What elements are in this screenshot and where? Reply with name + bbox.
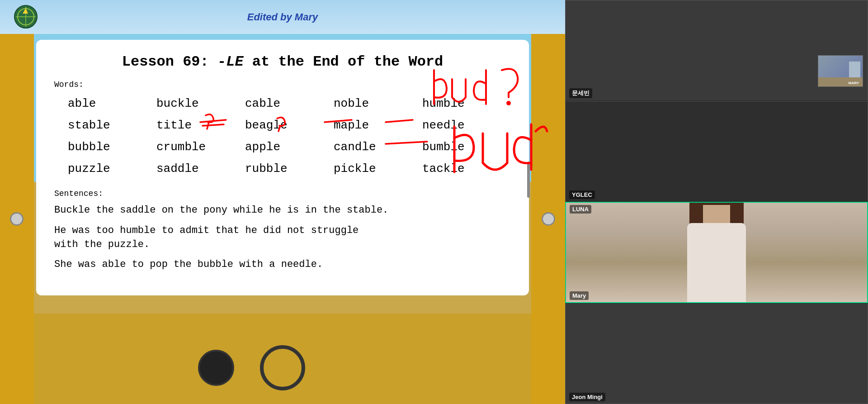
scrollbar[interactable] [527, 162, 530, 198]
slide-container: Edited by Mary Lesson 69: -LE at the End… [0, 0, 565, 404]
word-saddle: saddle [156, 160, 245, 178]
word-cable: cable [245, 95, 334, 113]
participant-thumbnail-munsebin: MARY [818, 55, 863, 87]
word-bubble: bubble [68, 138, 156, 156]
word-able: able [68, 95, 156, 113]
word-needle: needle [422, 116, 511, 134]
sentence-3: She was able to pop the bubble with a ne… [54, 258, 511, 272]
steering-wheel [260, 345, 305, 390]
word-title: title [156, 116, 245, 134]
words-label: Words: [54, 80, 511, 89]
sentences-section: Sentences: Buckle the saddle on the pony… [54, 189, 511, 272]
main-presentation-area: Edited by Mary Lesson 69: -LE at the End… [0, 0, 565, 404]
word-noble: noble [334, 95, 422, 113]
bus-right-panel [531, 34, 565, 404]
participant-label-mary: Mary [570, 291, 589, 300]
bus-left-handle [10, 212, 24, 226]
bus-right-handle [542, 212, 555, 226]
word-maple: maple [334, 116, 422, 134]
words-grid: able buckle cable noble humble stable ti… [68, 95, 511, 178]
slide-header: Edited by Mary [0, 0, 565, 34]
word-apple: apple [245, 138, 334, 156]
bus-bottom-panel [0, 314, 565, 404]
sentence-2: He was too humble to admit that he did n… [54, 224, 511, 252]
participant-name-jeonmingi: Jeon Mingi [569, 393, 605, 401]
sentences-label: Sentences: [54, 189, 511, 198]
word-humble: humble [422, 95, 511, 113]
slide-edited-by: Edited by Mary [247, 11, 318, 23]
word-buckle: buckle [156, 95, 245, 113]
participant-name-yglec: YGLEC [569, 190, 595, 199]
word-rubble: rubble [245, 160, 334, 178]
word-bumble: bumble [422, 138, 511, 156]
bus-gauge [198, 350, 234, 386]
participant-name-munsebin: 문세빈 [569, 88, 592, 98]
participant-slot-yglec: YGLEC [565, 101, 868, 202]
participant-name-luna: LUNA [570, 205, 591, 214]
word-pickle: pickle [334, 160, 422, 178]
lesson-title: Lesson 69: -LE at the End of the Word [54, 53, 511, 70]
participant-slot-jeonmingi: Jeon Mingi [565, 303, 868, 404]
sidebar: 문세빈 MARY YGLEC [565, 0, 868, 404]
word-tackle: tackle [422, 160, 511, 178]
sentence-1: Buckle the saddle on the pony while he i… [54, 204, 511, 218]
word-crumble: crumble [156, 138, 245, 156]
word-candle: candle [334, 138, 422, 156]
content-card: Lesson 69: -LE at the End of the Word Wo… [36, 40, 529, 295]
word-stable: stable [68, 116, 156, 134]
participant-slot-luna: LUNA Mary [565, 202, 868, 304]
word-puzzle: puzzle [68, 160, 156, 178]
logo [14, 5, 38, 29]
bus-left-panel [0, 34, 34, 404]
participant-slot-munsebin: 문세빈 MARY [565, 0, 868, 101]
word-beagle: beagle [245, 116, 334, 134]
